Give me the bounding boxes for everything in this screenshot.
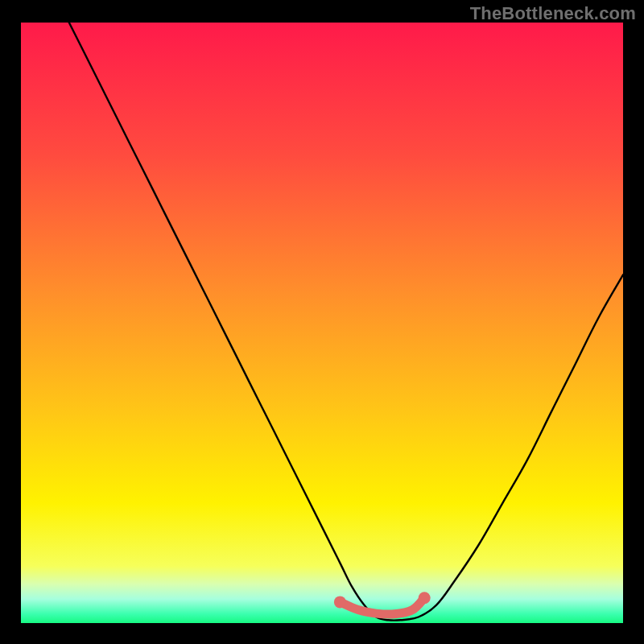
plot-area — [21, 23, 623, 623]
bottleneck-chart — [21, 23, 623, 623]
attribution-label: TheBottleneck.com — [470, 3, 636, 24]
gradient-background — [21, 23, 623, 623]
chart-frame: TheBottleneck.com — [0, 0, 644, 644]
valley-marker-start-dot — [334, 596, 346, 608]
valley-marker-end-dot — [419, 592, 431, 604]
